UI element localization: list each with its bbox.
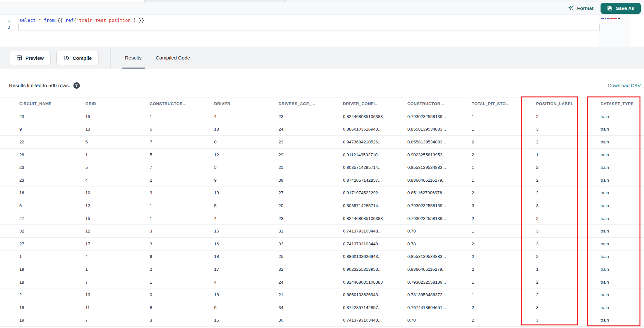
table-cell: 0.824468085106383 <box>324 110 388 123</box>
ide-window: Format Save As 1 select * from {{ ref('t… <box>0 0 644 328</box>
table-cell: 2 <box>517 288 581 301</box>
table-cell: 0.9023255813953... <box>324 263 388 276</box>
table-cell: 34 <box>259 301 324 314</box>
table-cell: 0.8742857142857... <box>324 301 388 314</box>
table-cell: 0.7930232558139... <box>388 110 452 123</box>
table-cell: 0.8860103626943... <box>324 250 388 263</box>
table-cell: 18 <box>195 123 259 136</box>
table-cell: 0.7930232558139... <box>388 212 452 225</box>
download-csv-link[interactable]: Download CSV <box>608 83 641 88</box>
table-cell: 3 <box>452 199 517 212</box>
table-cell: 10 <box>66 187 130 199</box>
editor-tab[interactable] <box>145 0 286 2</box>
table-cell: 1 <box>452 123 517 136</box>
table-cell: 12 <box>66 199 130 212</box>
table-cell: 0.9473684210526... <box>324 136 388 149</box>
table-cell: 1 <box>517 148 581 161</box>
compile-button[interactable]: Compile <box>56 51 99 65</box>
code-text <box>14 24 19 31</box>
tab-results[interactable]: Results <box>120 47 146 69</box>
table-cell: 1 <box>452 288 517 301</box>
table-cell: 2 <box>517 250 581 263</box>
table-cell: 1 <box>452 161 517 174</box>
column-header: DRIVER <box>195 97 259 110</box>
editor-header-bar: Format Save As <box>0 2 644 15</box>
table-row: 281512290.9112149532710...0.902325581395… <box>0 148 644 161</box>
column-header: POSITION_LABEL <box>517 97 581 110</box>
table-row: 231514230.8244680851063830.7930232558139… <box>0 110 644 123</box>
table-cell: 2 <box>130 263 195 276</box>
tab-label: Results <box>125 55 142 61</box>
table-cell: 2 <box>452 212 517 225</box>
table-cell: 5 <box>0 199 66 212</box>
table-cell: 27 <box>0 237 66 250</box>
editor-tab[interactable] <box>0 0 73 2</box>
editor-tab[interactable] <box>73 0 145 2</box>
table-icon <box>16 55 22 61</box>
table-cell: 17 <box>195 263 259 276</box>
table-cell: train <box>581 301 644 314</box>
table-cell: 29 <box>259 148 324 161</box>
table-cell: 2 <box>130 174 195 187</box>
table-cell: 9 <box>0 123 66 136</box>
table-cell: 3 <box>517 199 581 212</box>
table-cell: 7 <box>66 276 130 288</box>
table-cell: 1 <box>0 250 66 263</box>
table-cell: 4 <box>66 250 130 263</box>
table-cell: 0.7813953488372... <box>388 288 452 301</box>
table-cell: 2 <box>517 187 581 199</box>
results-action-bar: Preview Compile ResultsCompiled Code <box>0 47 644 69</box>
table-cell: 0.8035714285714... <box>324 161 388 174</box>
results-tabs: ResultsCompiled Code <box>120 47 195 69</box>
table-cell: 3 <box>517 237 581 250</box>
table-cell: 15 <box>66 212 130 225</box>
table-cell: 2 <box>517 136 581 149</box>
table-cell: 4 <box>195 110 259 123</box>
code-line[interactable]: 1 select * from {{ ref('train_test_posit… <box>0 17 644 24</box>
table-cell: 3 <box>517 314 581 327</box>
table-cell: train <box>581 212 644 225</box>
help-icon[interactable]: ? <box>73 82 80 89</box>
table-cell: 31 <box>259 225 324 238</box>
table-cell: 23 <box>259 110 324 123</box>
table-cell: 3 <box>517 225 581 238</box>
table-cell: 1 <box>517 263 581 276</box>
results-meta-row: Results limited to 500 rows. ? Download … <box>0 69 644 97</box>
table-cell: 11 <box>66 301 130 314</box>
table-cell: 0.8511627906976... <box>388 187 452 199</box>
table-cell: 24 <box>259 276 324 288</box>
table-row: 51215200.8035714285714...0.7930232558139… <box>0 199 644 212</box>
table-cell: 23 <box>0 110 66 123</box>
table-cell: 2 <box>517 174 581 187</box>
preview-button[interactable]: Preview <box>10 51 51 65</box>
table-cell: 19 <box>0 263 66 276</box>
save-icon <box>607 5 612 11</box>
table-cell: 0.7413793103448... <box>324 314 388 327</box>
save-as-button[interactable]: Save As <box>601 3 641 14</box>
table-cell: train <box>581 225 644 238</box>
table-cell: 0.9023255813953... <box>388 148 452 161</box>
table-cell: 1 <box>452 174 517 187</box>
table-row: 23575210.8035714285714...0.8558139534883… <box>0 161 644 174</box>
table-cell: 2 <box>517 212 581 225</box>
line-number: 2 <box>0 24 14 31</box>
tab-compiled-code[interactable]: Compiled Code <box>151 47 195 69</box>
editor-minimap[interactable] <box>600 15 630 47</box>
table-cell: 33 <box>259 237 324 250</box>
table-cell: 1 <box>452 110 517 123</box>
format-button[interactable]: Format <box>568 5 593 11</box>
table-cell: 2 <box>452 187 517 199</box>
table-cell: 12 <box>66 225 130 238</box>
table-cell: 13 <box>66 288 130 301</box>
table-cell: 0.824468085106383 <box>324 212 388 225</box>
table-cell: 0.78 <box>388 314 452 327</box>
table-cell: 0.8860465116279... <box>388 174 452 187</box>
code-line[interactable]: 2 <box>0 24 644 31</box>
table-cell: 5 <box>195 199 259 212</box>
table-cell: 5 <box>195 161 259 174</box>
table-cell: train <box>581 148 644 161</box>
table-cell: 1 <box>130 276 195 288</box>
table-cell: 21 <box>259 288 324 301</box>
column-header: CIRCUIT_NAME <box>0 97 66 110</box>
sql-editor[interactable]: 1 select * from {{ ref('train_test_posit… <box>0 15 644 47</box>
